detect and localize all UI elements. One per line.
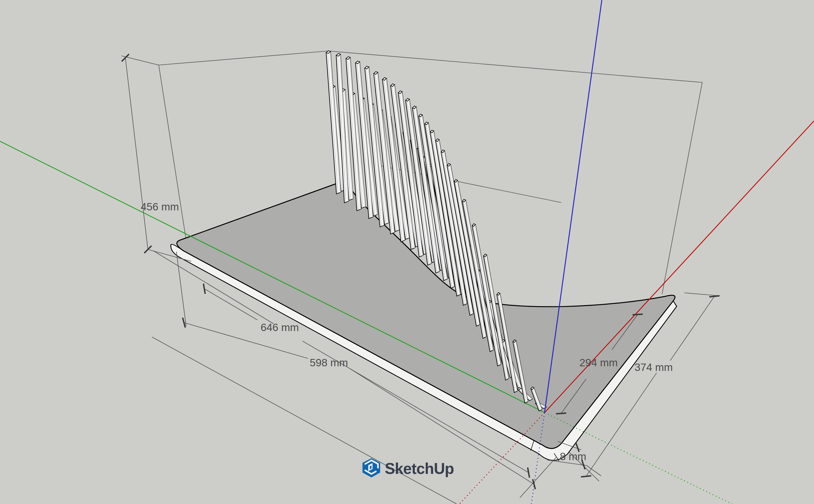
dimension-label-box-height: 456 mm — [141, 201, 179, 213]
3d-scene[interactable]: 456 mm 646 mm 598 mm 294 mm 374 mm 8 mm … — [0, 0, 814, 504]
dimension-label-plate-length: 598 mm — [310, 357, 348, 368]
sketchup-viewport[interactable]: 456 mm 646 mm 598 mm 294 mm 374 mm 8 mm … — [0, 0, 814, 504]
sketchup-watermark: SketchUp — [363, 458, 454, 477]
sketchup-logo-wordmark: SketchUp — [385, 460, 454, 477]
red-axis-solid — [544, 121, 814, 413]
dimension-label-plate-width: 294 mm — [579, 357, 618, 368]
dimension-label-outer-length: 646 mm — [261, 322, 299, 333]
sketchup-logo-icon — [363, 458, 380, 477]
dimension-label-plate-thickness: 8 mm — [560, 451, 586, 462]
dimension-label-outer-width: 374 mm — [635, 361, 673, 373]
